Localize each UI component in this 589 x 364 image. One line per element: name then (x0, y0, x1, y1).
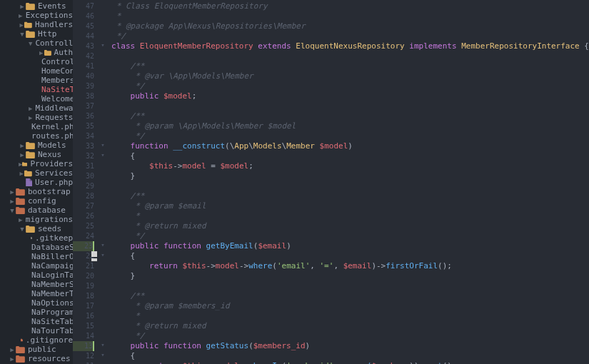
tree-item-bootstrap[interactable]: ▶bootstrap (0, 187, 73, 196)
fold-toggle-icon[interactable]: ▾ (99, 341, 107, 351)
tree-item-events[interactable]: ▶Events (0, 1, 73, 11)
tree-item-seeds[interactable]: ▼seeds (0, 224, 73, 233)
tree-item-naprogramtableseeder-php[interactable]: NaProgramTableSeeder.php (0, 308, 73, 317)
tree-item-auth[interactable]: ▶Auth (0, 48, 73, 57)
code-line[interactable]: * @var \App\Models\Member (111, 71, 589, 81)
code-line[interactable]: $this->model = $model; (111, 161, 589, 171)
fold-toggle-icon[interactable]: ▾ (99, 151, 107, 161)
tree-item-nasitetableseeder-php[interactable]: NaSiteTableSeeder.php (0, 317, 73, 326)
project-tree[interactable]: ▶Events▶Exceptions▶Handlers▼Http▼Control… (0, 0, 73, 364)
code-editor[interactable]: 4746454443424140393837363534333231302928… (73, 0, 589, 364)
code-line[interactable]: function __construct(\App\Models\Member … (111, 141, 589, 151)
code-line[interactable]: public function getByEmail($email) (111, 241, 589, 251)
fold-column[interactable]: ▾▾▾▾▾▾▾ (99, 0, 107, 364)
code-line[interactable]: */ (111, 231, 589, 241)
code-line[interactable]: * @param $members_id (111, 301, 589, 311)
code-line[interactable]: * @return mixed (111, 221, 589, 231)
tree-item-kernel-php[interactable]: Kernel.php (0, 122, 73, 131)
tree-item-migrations[interactable]: ▶migrations (0, 215, 73, 224)
code-line[interactable]: */ (111, 131, 589, 141)
code-line[interactable]: class EloquentMemberRepository extends E… (111, 41, 589, 51)
code-line[interactable]: { (111, 351, 589, 361)
tree-item-welcomecontroller-php[interactable]: WelcomeController.php (0, 94, 73, 103)
tree-item-http[interactable]: ▼Http (0, 29, 73, 39)
code-line[interactable]: * @return mixed (111, 321, 589, 331)
tree-item-naoptionstableseeder-php[interactable]: NaOptionsTableSeeder.php (0, 298, 73, 308)
expand-arrow-icon[interactable]: ▶ (29, 114, 32, 121)
expand-arrow-icon[interactable]: ▶ (19, 3, 26, 10)
code-area[interactable]: * Class EloquentMemberRepository * * @pa… (107, 0, 589, 364)
tree-item-nalogintableseeder-php[interactable]: NaLoginTableSeeder.php (0, 271, 73, 280)
expand-arrow-icon[interactable]: ▶ (19, 151, 26, 158)
expand-arrow-icon[interactable]: ▼ (9, 207, 16, 214)
expand-arrow-icon[interactable]: ▶ (9, 198, 16, 205)
tree-item-nacampaigntableseeder-php[interactable]: NaCampaignTableSeeder.php (0, 261, 73, 271)
expand-arrow-icon[interactable]: ▶ (9, 188, 16, 196)
expand-arrow-icon[interactable]: ▶ (9, 355, 16, 363)
tree-item-nabilleroptiondetailtableseeder-php[interactable]: NaBillerOptionDetailTableSeeder.php (0, 252, 73, 261)
tree-item-databaseseeder-php[interactable]: DatabaseSeeder.php (0, 243, 73, 252)
tree-item--gitignore[interactable]: .gitignore (0, 335, 73, 345)
code-line[interactable]: public function getStatus($members_id) (111, 341, 589, 351)
code-line[interactable]: * @param \App\Models\Member $model (111, 121, 589, 131)
expand-arrow-icon[interactable]: ▶ (9, 346, 16, 353)
tree-item-nexus[interactable]: ▶Nexus (0, 150, 73, 159)
code-line[interactable]: /** (111, 191, 589, 201)
tree-item-resources[interactable]: ▶resources (0, 354, 73, 363)
code-line[interactable]: * Class EloquentMemberRepository (111, 1, 589, 11)
tree-item-handlers[interactable]: ▶Handlers (0, 20, 73, 29)
code-line[interactable] (111, 281, 589, 291)
code-line[interactable]: */ (111, 331, 589, 341)
tree-item-routes-php[interactable]: routes.php (0, 131, 73, 141)
tree-item-providers[interactable]: ▶Providers (0, 159, 73, 168)
fold-toggle-icon[interactable]: ▾ (99, 251, 107, 261)
code-line[interactable]: * (111, 211, 589, 221)
tree-item-namembertableseeder-php[interactable]: NaMemberTableSeeder.php (0, 289, 73, 298)
code-line[interactable]: /** (111, 291, 589, 301)
tree-item-models[interactable]: ▶Models (0, 141, 73, 150)
code-line[interactable]: } (111, 171, 589, 181)
code-line[interactable] (111, 101, 589, 111)
code-line[interactable]: public $model; (111, 91, 589, 101)
expand-arrow-icon[interactable]: ▶ (29, 105, 32, 112)
tree-item-nasitetableseedercontroller-php[interactable]: NaSiteTableSeederController.php (0, 85, 73, 94)
tree-item-memberscontroller-php[interactable]: MembersController.php (0, 76, 73, 85)
fold-toggle-icon[interactable]: ▾ (99, 351, 107, 361)
expand-arrow-icon[interactable]: ▶ (19, 142, 26, 149)
code-line[interactable]: return $this->model->where('email', '=',… (111, 261, 589, 271)
expand-arrow-icon[interactable]: ▶ (19, 170, 24, 177)
tree-item-database[interactable]: ▼database (0, 206, 73, 215)
code-line[interactable]: } (111, 271, 589, 281)
tree-item-middleware[interactable]: ▶Middleware (0, 103, 73, 113)
expand-arrow-icon[interactable]: ▼ (29, 40, 32, 47)
tree-item-public[interactable]: ▶public (0, 345, 73, 354)
code-line[interactable]: /** (111, 61, 589, 71)
expand-arrow-icon[interactable]: ▶ (19, 21, 24, 29)
code-line[interactable]: { (111, 251, 589, 261)
code-line[interactable]: */ (111, 81, 589, 91)
code-line[interactable]: return $this->model->whereIn('memberid',… (111, 361, 589, 364)
expand-arrow-icon[interactable]: ▶ (39, 49, 44, 56)
fold-toggle-icon[interactable]: ▾ (99, 41, 107, 51)
tree-item-natourtableseeder-php[interactable]: NaTourTableSeeder.php (0, 326, 73, 335)
code-line[interactable] (111, 181, 589, 191)
tree-item-controller-php[interactable]: Controller.php (0, 57, 73, 66)
tree-item-controllers[interactable]: ▼Controllers (0, 39, 73, 48)
tree-item-namembersubscriptiontableseeder-php[interactable]: NaMemberSubscriptionTableSeeder.php (0, 280, 73, 289)
fold-toggle-icon[interactable]: ▾ (99, 241, 107, 251)
tree-item-services[interactable]: ▶Services (0, 168, 73, 178)
tree-item-exceptions[interactable]: ▶Exceptions (0, 11, 73, 20)
tree-item-user-php[interactable]: User.php (0, 178, 73, 187)
tree-item-requests[interactable]: ▶Requests (0, 113, 73, 122)
tree-item--gitkeep[interactable]: .gitkeep (0, 233, 73, 243)
expand-arrow-icon[interactable]: ▼ (19, 31, 26, 38)
code-line[interactable]: * (111, 311, 589, 321)
code-line[interactable]: { (111, 151, 589, 161)
expand-arrow-icon[interactable]: ▼ (19, 226, 26, 233)
code-line[interactable]: * (111, 11, 589, 21)
tree-item-config[interactable]: ▶config (0, 196, 73, 206)
code-line[interactable]: * @package App\Nexus\Repositories\Member (111, 21, 589, 31)
code-line[interactable]: * @param $email (111, 201, 589, 211)
fold-toggle-icon[interactable]: ▾ (99, 141, 107, 151)
tree-item-homecontroller-php[interactable]: HomeController.php (0, 66, 73, 76)
